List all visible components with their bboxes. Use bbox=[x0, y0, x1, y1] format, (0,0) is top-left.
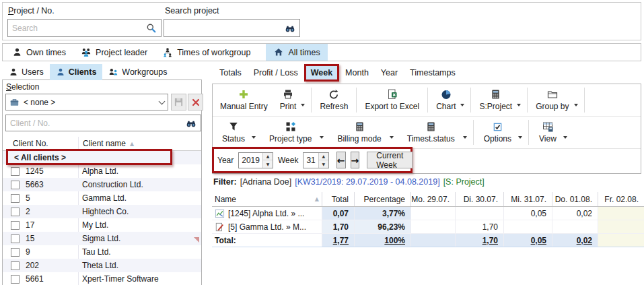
header-name[interactable]: Name ▲ bbox=[212, 192, 322, 206]
client-row[interactable]: 1245Alpha Ltd. bbox=[3, 164, 201, 178]
client-search-placeholder: Client / No. bbox=[10, 119, 186, 128]
header-mi[interactable]: Mi. 31.07. bbox=[503, 192, 552, 206]
tab-all-times[interactable]: All times bbox=[266, 44, 327, 61]
dropdown-caret[interactable] bbox=[320, 136, 324, 139]
tab-month[interactable]: Month bbox=[339, 68, 375, 77]
checkbox[interactable] bbox=[11, 208, 20, 216]
tab-label: All times bbox=[288, 48, 320, 57]
report-tabs: Totals Profit / Loss Week Month Year Tim… bbox=[213, 63, 462, 82]
spin-down-icon[interactable]: ▼ bbox=[319, 160, 328, 168]
dropdown-caret[interactable] bbox=[517, 104, 521, 106]
view-button[interactable]: View bbox=[531, 117, 565, 148]
checkbox[interactable] bbox=[11, 275, 20, 284]
client-row[interactable]: 5Gamma Ltd. bbox=[3, 191, 201, 205]
group-by-button[interactable]: Group by bbox=[530, 84, 575, 116]
tab-totals[interactable]: Totals bbox=[213, 68, 248, 77]
current-week-button[interactable]: Current Week bbox=[367, 152, 413, 168]
table-row[interactable]: [1245] Alpha Ltd. » ... 0,07 3,77% 0,05 … bbox=[212, 207, 644, 220]
checkbox[interactable] bbox=[11, 181, 20, 189]
sproject-button[interactable]: S:Project bbox=[473, 84, 518, 116]
checkbox[interactable] bbox=[11, 221, 20, 230]
dropdown-caret[interactable] bbox=[390, 136, 394, 139]
tab-clients[interactable]: Clients bbox=[50, 64, 103, 80]
billing-mode-button[interactable]: Billing mode bbox=[328, 117, 390, 148]
refresh-button[interactable]: Refresh bbox=[314, 84, 354, 116]
separator bbox=[473, 120, 474, 145]
client-name: Xpert-Timer Software bbox=[77, 274, 159, 284]
save-selection-button[interactable] bbox=[171, 94, 186, 110]
search-panel: Project / No. Search Search project bbox=[2, 2, 641, 40]
cell-mi: 0,05 bbox=[503, 207, 552, 220]
delete-selection-button[interactable] bbox=[188, 94, 203, 110]
search-project-input[interactable] bbox=[164, 19, 300, 37]
client-row[interactable]: 9Tau Ltd. bbox=[3, 245, 201, 259]
tab-year[interactable]: Year bbox=[375, 68, 404, 77]
client-name: Tau Ltd. bbox=[77, 247, 111, 257]
person-icon bbox=[12, 47, 22, 57]
dropdown-caret[interactable] bbox=[563, 136, 567, 139]
tab-profit-loss[interactable]: Profit / Loss bbox=[248, 68, 304, 77]
timest-status-button[interactable]: Timest.status bbox=[398, 117, 464, 148]
project-search-input[interactable]: Search bbox=[7, 19, 162, 37]
chart-button[interactable]: Chart bbox=[430, 84, 462, 116]
project-type-button[interactable]: Project type bbox=[260, 117, 321, 148]
dropdown-caret[interactable] bbox=[252, 136, 256, 139]
tab-workgroups[interactable]: Workgroups bbox=[102, 64, 173, 80]
checkbox[interactable] bbox=[11, 167, 20, 176]
year-value[interactable]: 2019 bbox=[239, 153, 262, 168]
export-excel-button[interactable]: Export to Excel bbox=[359, 84, 425, 116]
print-button[interactable]: Print bbox=[274, 84, 303, 116]
dropdown-caret[interactable] bbox=[574, 104, 578, 106]
client-name: My Ltd. bbox=[77, 220, 108, 230]
client-row[interactable]: 202Theta Ltd. bbox=[3, 259, 201, 272]
tab-week[interactable]: Week bbox=[304, 64, 339, 82]
client-row[interactable]: 17My Ltd. bbox=[3, 218, 201, 232]
client-search-input[interactable]: Client / No. bbox=[5, 115, 201, 131]
week-value[interactable]: 31 bbox=[303, 153, 318, 168]
header-total[interactable]: Total bbox=[322, 192, 354, 206]
status-button[interactable]: Status bbox=[214, 117, 253, 148]
client-row[interactable]: 5663Construction Ltd. bbox=[3, 178, 201, 191]
tab-users[interactable]: Users bbox=[3, 64, 50, 80]
table-row[interactable]: [5] Gamma Ltd. » M... 1,70 96,23% 1,70 bbox=[212, 220, 644, 234]
header-percentage[interactable]: Percentage bbox=[354, 192, 410, 206]
spin-up-icon[interactable]: ▲ bbox=[263, 153, 273, 161]
cell-do: 0,02 bbox=[552, 234, 598, 247]
tab-times-of-workgroup[interactable]: Times of workgroup bbox=[155, 44, 258, 61]
dropdown-caret[interactable] bbox=[301, 104, 305, 106]
week-spinner[interactable]: 31 ▲▼ bbox=[303, 152, 328, 168]
header-mo[interactable]: Mo. 29.07. bbox=[410, 192, 455, 206]
all-clients-row[interactable]: < All clients > bbox=[3, 151, 201, 164]
dropdown-caret[interactable] bbox=[460, 104, 464, 106]
checkbox[interactable] bbox=[11, 261, 20, 270]
toolbar-row-2: Status Project type Billing mode Timest.… bbox=[213, 117, 641, 149]
header-di[interactable]: Di. 30.07. bbox=[455, 192, 503, 206]
checkbox[interactable] bbox=[11, 248, 20, 257]
header-do[interactable]: Do. 01.08. bbox=[552, 192, 598, 206]
arrow-left-icon: ← bbox=[337, 155, 345, 166]
tab-timestamps[interactable]: Timestamps bbox=[404, 68, 462, 77]
dropdown-caret[interactable] bbox=[463, 136, 467, 139]
client-row[interactable]: 2Hightech Co. bbox=[3, 205, 201, 218]
checkbox[interactable] bbox=[11, 234, 20, 243]
workgroup-icon bbox=[162, 47, 173, 57]
header-fr[interactable]: Fr. 02.08. bbox=[598, 192, 644, 206]
year-spinner[interactable]: 2019 ▲▼ bbox=[238, 152, 273, 168]
next-week-button[interactable]: → bbox=[351, 152, 360, 168]
tab-project-leader[interactable]: Project leader bbox=[73, 44, 155, 61]
previous-week-button[interactable]: ← bbox=[336, 152, 346, 168]
client-row[interactable]: 5661Xpert-Timer Software bbox=[3, 272, 201, 285]
dropdown-caret[interactable] bbox=[518, 136, 522, 139]
separator bbox=[427, 88, 428, 113]
header-client-no[interactable]: Client No. bbox=[3, 139, 78, 148]
options-button[interactable]: Options bbox=[476, 117, 520, 148]
tab-own-times[interactable]: Own times bbox=[5, 44, 73, 61]
spin-down-icon[interactable]: ▼ bbox=[263, 160, 273, 168]
header-client-name[interactable]: Client name ▲ bbox=[78, 139, 134, 148]
person-icon bbox=[56, 67, 65, 77]
manual-entry-button[interactable]: Manual Entry bbox=[214, 84, 274, 116]
client-row[interactable]: 15Sigma Ltd. bbox=[3, 232, 201, 245]
spin-up-icon[interactable]: ▲ bbox=[319, 153, 328, 161]
selection-combobox[interactable]: < none > bbox=[5, 94, 168, 110]
checkbox[interactable] bbox=[11, 194, 20, 203]
